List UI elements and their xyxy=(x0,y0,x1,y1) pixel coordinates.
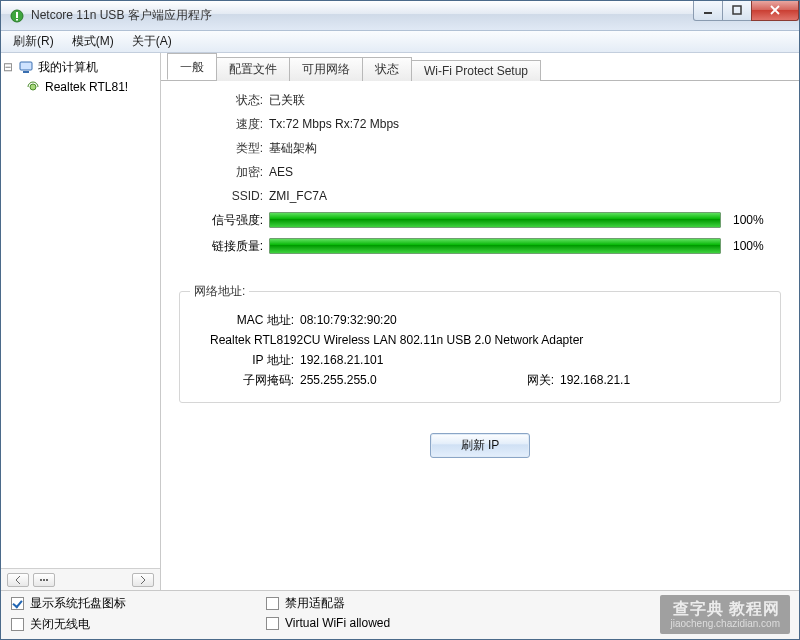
label-gateway: 网关: xyxy=(480,372,560,389)
signal-bar xyxy=(269,212,721,228)
link-pct: 100% xyxy=(721,239,781,253)
row-type: 类型: 基础架构 xyxy=(179,137,781,159)
tab-general[interactable]: 一般 xyxy=(167,53,217,80)
label-speed: 速度: xyxy=(179,116,269,133)
label-link: 链接质量: xyxy=(179,238,269,255)
app-window: Netcore 11n USB 客户端应用程序 刷新(R) 模式(M) 关于(A… xyxy=(0,0,800,640)
signal-pct: 100% xyxy=(721,213,781,227)
tree-collapse-icon[interactable]: ⊟ xyxy=(3,60,12,74)
checkbox-tray-box[interactable] xyxy=(11,597,24,610)
computer-icon xyxy=(18,59,34,75)
sidebar: ⊟ 我的计算机 Realtek RTL81! xyxy=(1,53,161,590)
device-tree[interactable]: ⊟ 我的计算机 Realtek RTL81! xyxy=(1,53,160,568)
svg-point-9 xyxy=(30,84,36,90)
row-signal: 信号强度: 100% xyxy=(179,209,781,231)
svg-rect-8 xyxy=(23,71,29,73)
row-ip: IP 地址: 192.168.21.101 xyxy=(190,350,770,370)
close-button[interactable] xyxy=(751,1,799,21)
checkbox-tray-label: 显示系统托盘图标 xyxy=(30,595,126,612)
checkbox-radio-off-box[interactable] xyxy=(11,618,24,631)
svg-rect-3 xyxy=(704,12,712,14)
link-bar xyxy=(269,238,721,254)
window-buttons xyxy=(694,1,799,21)
tree-adapter[interactable]: Realtek RTL81! xyxy=(3,77,158,97)
label-state: 状态: xyxy=(179,92,269,109)
watermark-url: jiaocheng.chazidian.com xyxy=(670,618,780,630)
general-panel: 状态: 已关联 速度: Tx:72 Mbps Rx:72 Mbps 类型: 基础… xyxy=(161,81,799,590)
checkbox-disable-adapter-label: 禁用适配器 xyxy=(285,595,345,612)
sidebar-scroll-left[interactable] xyxy=(7,573,29,587)
label-ip: IP 地址: xyxy=(190,352,300,369)
tab-status[interactable]: 状态 xyxy=(362,57,412,81)
value-encryption: AES xyxy=(269,165,293,179)
label-mask: 子网掩码: xyxy=(190,372,300,389)
tree-root[interactable]: ⊟ 我的计算机 xyxy=(3,57,158,77)
row-state: 状态: 已关联 xyxy=(179,89,781,111)
label-ssid: SSID: xyxy=(179,189,269,203)
content: 一般 配置文件 可用网络 状态 Wi-Fi Protect Setup 状态: … xyxy=(161,53,799,590)
signal-bar-fill xyxy=(270,213,720,227)
value-state: 已关联 xyxy=(269,92,305,109)
menu-about[interactable]: 关于(A) xyxy=(126,31,178,52)
svg-rect-12 xyxy=(46,579,48,581)
sidebar-scroll-right[interactable] xyxy=(132,573,154,587)
checkbox-disable-adapter-box[interactable] xyxy=(266,597,279,610)
tree-root-label: 我的计算机 xyxy=(38,59,98,76)
menu-mode[interactable]: 模式(M) xyxy=(66,31,120,52)
svg-rect-4 xyxy=(733,6,741,14)
row-ssid: SSID: ZMI_FC7A xyxy=(179,185,781,207)
svg-rect-10 xyxy=(40,579,42,581)
row-mask-gateway: 子网掩码: 255.255.255.0 网关: 192.168.21.1 xyxy=(190,370,770,390)
window-title: Netcore 11n USB 客户端应用程序 xyxy=(31,7,694,24)
sidebar-detail-button[interactable] xyxy=(33,573,55,587)
label-mac: MAC 地址: xyxy=(190,312,300,329)
value-mac: 08:10:79:32:90:20 xyxy=(300,313,770,327)
adapter-icon xyxy=(25,79,41,95)
tabstrip: 一般 配置文件 可用网络 状态 Wi-Fi Protect Setup xyxy=(161,57,799,81)
menu-refresh[interactable]: 刷新(R) xyxy=(7,31,60,52)
app-icon xyxy=(9,8,25,24)
body: ⊟ 我的计算机 Realtek RTL81! 一般 配置文件 可 xyxy=(1,53,799,590)
sidebar-footer xyxy=(1,568,160,590)
tab-wps[interactable]: Wi-Fi Protect Setup xyxy=(411,60,541,81)
refresh-ip-button[interactable]: 刷新 IP xyxy=(430,433,530,458)
label-signal: 信号强度: xyxy=(179,212,269,229)
checkbox-virtual-wifi-label: Virtual WiFi allowed xyxy=(285,616,390,630)
checkbox-radio-off[interactable]: 关闭无线电 xyxy=(11,616,126,633)
checkbox-tray[interactable]: 显示系统托盘图标 xyxy=(11,595,126,612)
value-type: 基础架构 xyxy=(269,140,317,157)
footer-col-left: 显示系统托盘图标 关闭无线电 xyxy=(11,595,126,633)
row-speed: 速度: Tx:72 Mbps Rx:72 Mbps xyxy=(179,113,781,135)
checkbox-virtual-wifi-box[interactable] xyxy=(266,617,279,630)
tree-adapter-label: Realtek RTL81! xyxy=(45,80,128,94)
link-bar-fill xyxy=(270,239,720,253)
svg-rect-2 xyxy=(16,19,18,21)
value-gateway: 192.168.21.1 xyxy=(560,373,630,387)
maximize-button[interactable] xyxy=(722,1,752,21)
tab-profile[interactable]: 配置文件 xyxy=(216,57,290,81)
row-adapter-name: Realtek RTL8192CU Wireless LAN 802.11n U… xyxy=(190,330,770,350)
checkbox-disable-adapter[interactable]: 禁用适配器 xyxy=(266,595,390,612)
checkbox-virtual-wifi[interactable]: Virtual WiFi allowed xyxy=(266,616,390,630)
svg-rect-11 xyxy=(43,579,45,581)
label-encryption: 加密: xyxy=(179,164,269,181)
value-ssid: ZMI_FC7A xyxy=(269,189,327,203)
svg-rect-1 xyxy=(16,12,18,18)
minimize-button[interactable] xyxy=(693,1,723,21)
value-adapter: Realtek RTL8192CU Wireless LAN 802.11n U… xyxy=(210,333,770,347)
group-legend: 网络地址: xyxy=(190,283,249,300)
titlebar: Netcore 11n USB 客户端应用程序 xyxy=(1,1,799,31)
value-mask: 255.255.255.0 xyxy=(300,373,480,387)
footer-col-right: 禁用适配器 Virtual WiFi allowed xyxy=(266,595,390,633)
svg-rect-7 xyxy=(20,62,32,70)
label-type: 类型: xyxy=(179,140,269,157)
tab-available[interactable]: 可用网络 xyxy=(289,57,363,81)
row-encryption: 加密: AES xyxy=(179,161,781,183)
watermark-title: 查字典 教程网 xyxy=(673,599,780,618)
menubar: 刷新(R) 模式(M) 关于(A) xyxy=(1,31,799,53)
checkbox-radio-off-label: 关闭无线电 xyxy=(30,616,90,633)
row-link: 链接质量: 100% xyxy=(179,235,781,257)
refresh-row: 刷新 IP xyxy=(179,403,781,468)
network-address-group: 网络地址: MAC 地址: 08:10:79:32:90:20 Realtek … xyxy=(179,291,781,403)
value-speed: Tx:72 Mbps Rx:72 Mbps xyxy=(269,117,399,131)
